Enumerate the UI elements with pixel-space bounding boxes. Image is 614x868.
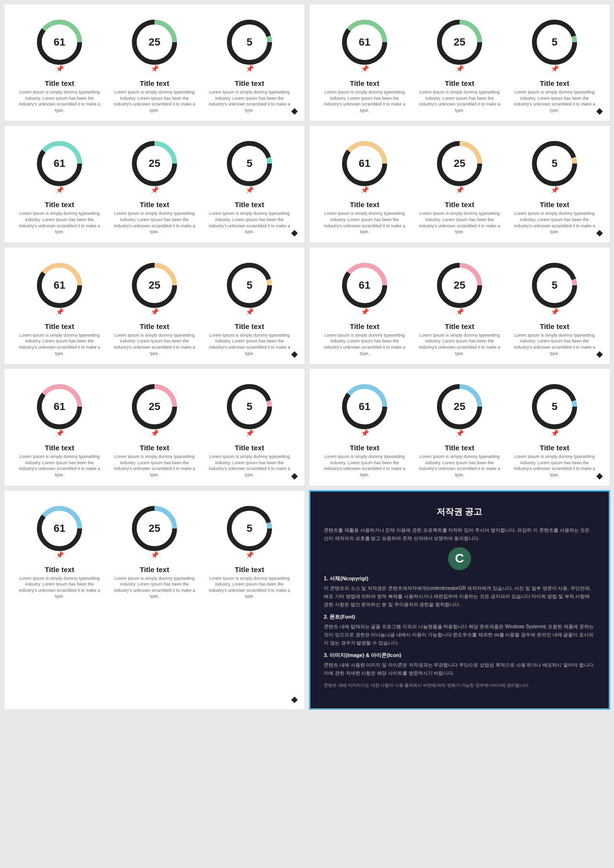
chart-title: Title text	[45, 444, 74, 452]
pin-icon: 📌	[551, 308, 559, 316]
donut-wrapper: 61 📌	[338, 380, 391, 433]
chart-item: 25 📌 Title text Lorem Ipsum is simply du…	[112, 16, 197, 113]
donut-label: 61	[54, 400, 65, 413]
chart-item: 5 📌 Title text Lorem Ipsum is simply dum…	[512, 16, 597, 113]
donut-label: 5	[552, 400, 557, 413]
chart-desc: Lorem Ipsum is simply dummy typesetting …	[17, 332, 102, 356]
pin-icon: 📌	[246, 551, 254, 559]
pin-icon: 📌	[361, 65, 369, 72]
pin-icon: 📌	[56, 429, 64, 437]
chart-desc: Lorem Ipsum is simply dummy typesetting …	[207, 454, 292, 478]
card-7: 61 📌 Title text Lorem Ipsum is simply du…	[4, 368, 305, 486]
copyright-title: 저작권 공고	[324, 506, 595, 517]
chart-item: 5 📌 Title text Lorem Ipsum is simply dum…	[207, 380, 292, 478]
donut-wrapper: 61 📌	[33, 380, 86, 433]
chart-desc: Lorem Ipsum is simply dummy typesetting …	[417, 332, 502, 356]
donut-label: 61	[359, 157, 370, 170]
diamond-icon: ◆	[596, 349, 603, 359]
chart-title: Title text	[540, 200, 569, 209]
donut-wrapper: 25 📌	[128, 16, 181, 69]
pin-icon: 📌	[151, 186, 159, 194]
card-3-inner: 61 📌 Title text Lorem Ipsum is simply du…	[12, 137, 297, 235]
donut-wrapper: 61 📌	[338, 137, 391, 190]
chart-item: 61 📌 Title text Lorem Ipsum is simply du…	[322, 380, 407, 478]
card-6-inner: 61 📌 Title text Lorem Ipsum is simply du…	[317, 259, 602, 356]
chart-desc: Lorem Ipsum is simply dummy typesetting …	[112, 332, 197, 356]
donut-wrapper: 25 📌	[433, 259, 486, 312]
chart-title: Title text	[45, 200, 74, 209]
copyright-footer: 콘텐츠 재배 이미지가도 대한 사항의 사용 출처에서 버전에 따라 변화가 가…	[324, 682, 595, 689]
donut-label: 25	[149, 36, 160, 48]
donut-label: 61	[54, 157, 65, 170]
chart-title: Title text	[140, 322, 169, 330]
chart-title: Title text	[45, 79, 74, 87]
last-row: 61 📌 Title text Lorem Ipsum is simply du…	[4, 490, 610, 710]
card-8-inner: 61 📌 Title text Lorem Ipsum is simply du…	[317, 380, 602, 478]
copyright-logo: C	[448, 547, 471, 570]
chart-desc: Lorem Ipsum is simply dummy typesetting …	[512, 211, 597, 235]
donut-label: 25	[149, 400, 160, 413]
donut-label: 61	[359, 400, 370, 413]
chart-item: 5 📌 Title text Lorem Ipsum is simply dum…	[207, 16, 292, 113]
card-2-inner: 61 📌 Title text Lorem Ipsum is simply du…	[317, 16, 602, 113]
copyright-panel: 저작권 공고 콘텐츠를 재활용 사용하거나 진재 이용에 관한 프로젝트를 저작…	[309, 490, 610, 710]
chart-desc: Lorem Ipsum is simply dummy typesetting …	[512, 332, 597, 356]
chart-desc: Lorem Ipsum is simply dummy typesetting …	[417, 454, 502, 478]
chart-desc: Lorem Ipsum is simply dummy typesetting …	[417, 211, 502, 235]
chart-item: 25 📌 Title text Lorem Ipsum is simply du…	[417, 137, 502, 235]
donut-label: 25	[149, 522, 160, 535]
last-left-card: 61 📌 Title text Lorem Ipsum is simply du…	[4, 490, 305, 710]
donut-label: 25	[454, 157, 465, 170]
donut-wrapper: 5 📌	[223, 259, 276, 312]
chart-desc: Lorem Ipsum is simply dummy typesetting …	[17, 454, 102, 478]
chart-item: 25 📌 Title text Lorem Ipsum is simply du…	[417, 16, 502, 113]
card-2: 61 📌 Title text Lorem Ipsum is simply du…	[309, 4, 610, 121]
chart-title: Title text	[445, 444, 474, 452]
donut-wrapper: 61 📌	[33, 16, 86, 69]
chart-item: 61 📌 Title text Lorem Ipsum is simply du…	[17, 380, 102, 478]
chart-desc: Lorem Ipsum is simply dummy typesetting …	[512, 89, 597, 113]
chart-title: Title text	[140, 444, 169, 452]
copyright-section-3-body: 콘텐츠 내에 사용된 이미지 및 아이콘은 저작권과는 무관합니다 무단으로 상…	[324, 661, 595, 677]
donut-label: 5	[552, 279, 557, 292]
chart-item: 61 📌 Title text Lorem Ipsum is simply du…	[17, 502, 102, 599]
chart-item: 61 📌 Title text Lorem Ipsum is simply du…	[17, 16, 102, 113]
pin-icon: 📌	[361, 308, 369, 316]
chart-item: 61 📌 Title text Lorem Ipsum is simply du…	[17, 259, 102, 356]
pin-icon: 📌	[551, 65, 559, 72]
donut-wrapper: 25 📌	[128, 380, 181, 433]
chart-title: Title text	[235, 79, 264, 87]
pin-icon: 📌	[151, 429, 159, 437]
donut-wrapper: 5 📌	[223, 502, 276, 555]
donut-label: 25	[149, 157, 160, 170]
chart-title: Title text	[540, 444, 569, 452]
chart-item: 25 📌 Title text Lorem Ipsum is simply du…	[112, 137, 197, 235]
pin-icon: 📌	[361, 429, 369, 437]
chart-item: 5 📌 Title text Lorem Ipsum is simply dum…	[207, 259, 292, 356]
chart-desc: Lorem Ipsum is simply dummy typesetting …	[207, 575, 292, 599]
chart-desc: Lorem Ipsum is simply dummy typesetting …	[17, 575, 102, 599]
donut-wrapper: 61 📌	[338, 16, 391, 69]
chart-desc: Lorem Ipsum is simply dummy typesetting …	[112, 211, 197, 235]
pin-icon: 📌	[246, 186, 254, 194]
card-4: 61 📌 Title text Lorem Ipsum is simply du…	[309, 125, 610, 243]
donut-wrapper: 5 📌	[528, 259, 581, 312]
chart-title: Title text	[350, 200, 379, 209]
diamond-icon: ◆	[596, 470, 603, 481]
donut-label: 61	[359, 279, 370, 292]
chart-title: Title text	[445, 322, 474, 330]
pin-icon: 📌	[456, 186, 464, 194]
donut-label: 5	[552, 36, 557, 48]
pin-icon: 📌	[246, 308, 254, 316]
chart-title: Title text	[235, 565, 264, 574]
diamond-icon: ◆	[596, 106, 603, 116]
chart-title: Title text	[235, 322, 264, 330]
chart-title: Title text	[350, 322, 379, 330]
donut-label: 5	[552, 157, 557, 170]
pin-icon: 📌	[551, 186, 559, 194]
donut-wrapper: 25 📌	[433, 137, 486, 190]
chart-desc: Lorem Ipsum is simply dummy typesetting …	[417, 89, 502, 113]
chart-item: 25 📌 Title text Lorem Ipsum is simply du…	[112, 380, 197, 478]
card-7-inner: 61 📌 Title text Lorem Ipsum is simply du…	[12, 380, 297, 478]
chart-item: 25 📌 Title text Lorem Ipsum is simply du…	[112, 502, 197, 599]
